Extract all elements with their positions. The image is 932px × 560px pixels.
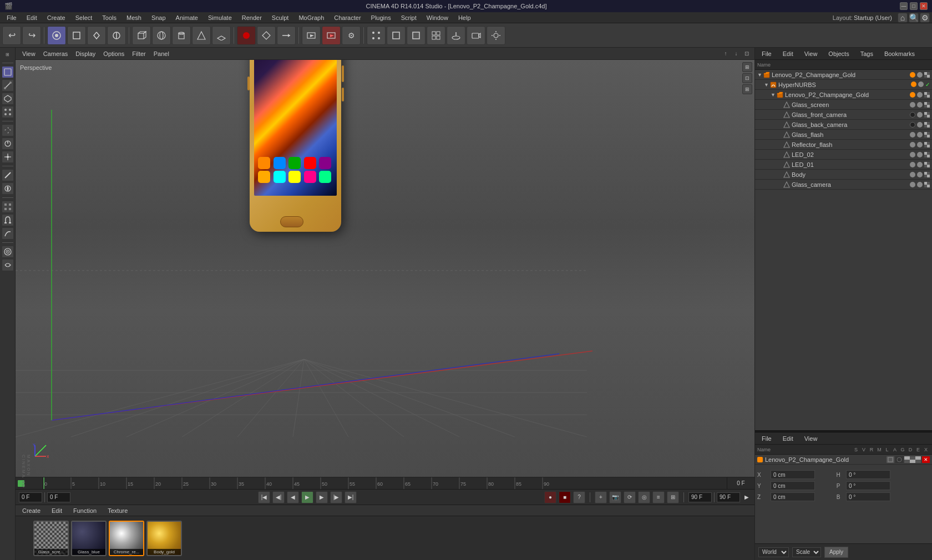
anim-add-key[interactable]: + (595, 491, 607, 503)
menu-plugins[interactable]: Plugins (367, 13, 396, 22)
render-active-button[interactable] (322, 26, 341, 45)
coord-p-input[interactable] (846, 481, 890, 490)
obj-row-led01[interactable]: LED_01 (755, 160, 932, 170)
view-poly-button[interactable] (407, 26, 426, 45)
scale-tool[interactable] (2, 151, 14, 163)
vp-mode-1[interactable]: ⊞ (742, 62, 752, 72)
obj-row-glass-screen[interactable]: Glass_screen (755, 100, 932, 110)
scale-tool-button[interactable] (107, 26, 126, 45)
mat-texture-btn[interactable]: Texture (104, 506, 131, 515)
mat-chrome[interactable]: Chrome_re... (109, 521, 144, 556)
layout-gear-button[interactable]: ⚙ (920, 13, 930, 23)
view-uv-button[interactable] (427, 26, 445, 45)
vp-menu-display[interactable]: Display (72, 49, 99, 58)
light-button[interactable] (487, 26, 505, 45)
maximize-button[interactable]: □ (910, 2, 918, 10)
mat-function-btn[interactable]: Function (70, 506, 100, 515)
undo-button[interactable]: ↩ (2, 26, 21, 45)
obj-row-lenovo-child[interactable]: ▼ Lenovo_P2_Champagne_Gold (755, 90, 932, 100)
menu-tools[interactable]: Tools (98, 13, 121, 22)
obj-row-root[interactable]: ▼ Lenovo_P2_Champagne_Gold (755, 70, 932, 80)
anim-play-button[interactable]: ▶ (301, 491, 313, 503)
view-floor-button[interactable] (447, 26, 465, 45)
layout-search-button[interactable]: 🔍 (909, 13, 919, 23)
layout-home-button[interactable]: ⌂ (898, 13, 908, 23)
point-mode-tool[interactable] (2, 106, 14, 118)
vp-menu-filter[interactable]: Filter (129, 49, 149, 58)
menu-snap[interactable]: Snap (147, 13, 170, 22)
render-settings-button[interactable]: ⚙ (342, 26, 361, 45)
vp-menu-panel[interactable]: Panel (150, 49, 173, 58)
coord-x-input[interactable] (771, 470, 815, 479)
anim-prev-frame[interactable]: ◀ (287, 491, 299, 503)
scale-mode-select[interactable]: Scale Size (792, 547, 821, 557)
frame-end-input[interactable] (688, 492, 712, 502)
minimize-button[interactable]: — (900, 2, 908, 10)
attr-item-row[interactable]: Lenovo_P2_Champagne_Gold ✕ (755, 455, 932, 465)
anim-help-button[interactable]: ? (573, 491, 585, 503)
object-tree[interactable]: ▼ Lenovo_P2_Champagne_Gold ▼ (755, 70, 932, 430)
menu-character[interactable]: Character (330, 13, 365, 22)
coord-b-input[interactable] (846, 492, 890, 501)
anim-sequence[interactable]: ≡ (652, 491, 665, 503)
render-to-picture-button[interactable] (302, 26, 321, 45)
fps-input[interactable] (717, 492, 740, 502)
menu-simulate[interactable]: Simulate (204, 13, 236, 22)
menu-script[interactable]: Script (397, 13, 421, 22)
anim-record-button[interactable]: ● (544, 491, 556, 503)
cylinder-button[interactable] (172, 26, 191, 45)
mat-body-gold[interactable]: Body_gold (146, 521, 182, 556)
vp-mode-3[interactable]: ⊞ (742, 84, 752, 94)
attr-view[interactable]: View (801, 434, 821, 443)
menu-mograph[interactable]: MoGraph (294, 13, 328, 22)
menu-sculpt[interactable]: Sculpt (267, 13, 293, 22)
obj-row-reflector-flash[interactable]: Reflector_flash (755, 140, 932, 150)
select-tool-button[interactable] (47, 26, 66, 45)
world-space-select[interactable]: World Object (758, 547, 789, 557)
sphere-button[interactable] (152, 26, 171, 45)
knife-tool[interactable] (2, 169, 14, 181)
menu-animate[interactable]: Animate (171, 13, 202, 22)
record-button[interactable] (237, 26, 256, 45)
timeline-track[interactable]: 0 5 10 15 20 25 30 35 40 (43, 477, 727, 489)
poly-mode-tool[interactable] (2, 93, 14, 105)
anim-end-frame[interactable]: |◀ (258, 491, 270, 503)
grid-tool[interactable] (2, 201, 14, 213)
menu-edit[interactable]: Edit (22, 13, 42, 22)
move-tool[interactable] (2, 124, 14, 136)
plane-button[interactable] (212, 26, 231, 45)
menu-file[interactable]: File (2, 13, 21, 22)
menu-select[interactable]: Select (71, 13, 97, 22)
obj-row-led02[interactable]: LED_02 (755, 150, 932, 160)
obj-row-glass-back-cam[interactable]: Glass_back_camera (755, 120, 932, 130)
obj-mgr-edit[interactable]: Edit (779, 49, 797, 58)
mat-create-btn[interactable]: Create (19, 506, 44, 515)
anim-next-key[interactable]: |▶ (330, 491, 342, 503)
spline-tool[interactable] (2, 227, 14, 240)
obj-mgr-objects[interactable]: Objects (825, 49, 852, 58)
cube-button[interactable] (132, 26, 151, 45)
obj-mgr-bookmarks[interactable]: Bookmarks (881, 49, 918, 58)
vp-menu-options[interactable]: Options (100, 49, 128, 58)
anim-loop[interactable]: ⟳ (624, 491, 636, 503)
anim-motion-path[interactable]: ◎ (638, 491, 650, 503)
coord-h-input[interactable] (846, 470, 890, 479)
deform-tool[interactable] (2, 259, 14, 271)
mat-edit-btn[interactable]: Edit (48, 506, 65, 515)
anim-stop-button[interactable]: ■ (559, 491, 571, 503)
keyframe-button[interactable] (257, 26, 276, 45)
paint-tool[interactable] (2, 182, 14, 195)
view-points-button[interactable] (367, 26, 386, 45)
menu-render[interactable]: Render (237, 13, 266, 22)
anim-next-frame[interactable]: ▶ (316, 491, 328, 503)
menu-window[interactable]: Window (422, 13, 453, 22)
object-mode-tool[interactable] (2, 66, 14, 78)
attr-edit[interactable]: Edit (779, 434, 797, 443)
vp-icon-1[interactable]: ↑ (721, 49, 730, 58)
menu-create[interactable]: Create (43, 13, 70, 22)
obj-row-body[interactable]: Body (755, 170, 932, 180)
anim-snapshot[interactable]: 📷 (609, 491, 621, 503)
obj-row-glass-camera[interactable]: Glass_camera (755, 180, 932, 190)
timeline-button[interactable] (277, 26, 296, 45)
coord-y-input[interactable] (771, 481, 815, 490)
